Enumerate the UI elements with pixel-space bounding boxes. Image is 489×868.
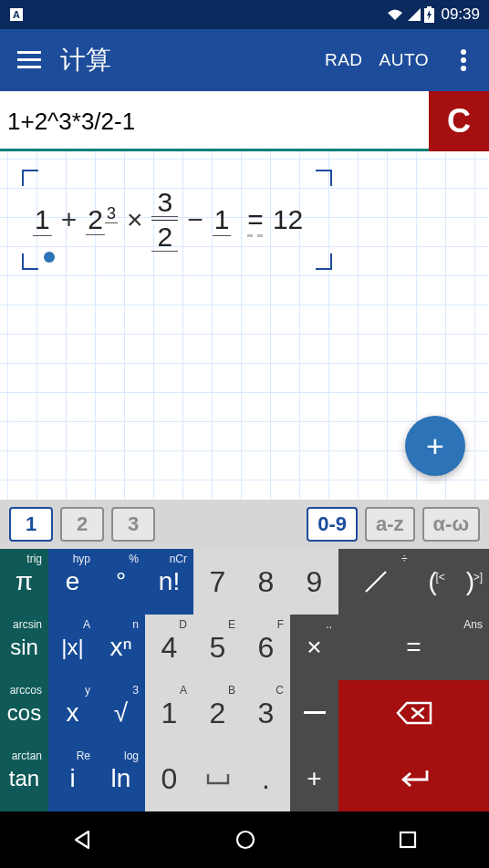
key-x[interactable]: yx: [48, 680, 97, 746]
angle-mode-button[interactable]: RAD: [325, 50, 363, 70]
svg-text:A: A: [13, 9, 20, 20]
key-3[interactable]: C3: [242, 680, 290, 746]
key-power[interactable]: nxⁿ: [97, 615, 145, 680]
page-title: 计算: [60, 43, 325, 78]
signal-icon: [407, 7, 421, 22]
tab-greek[interactable]: α-ω: [422, 507, 480, 542]
key-tan[interactable]: arctantan: [0, 746, 48, 811]
tab-page-2[interactable]: 2: [60, 507, 104, 542]
math-display-area[interactable]: 1 + 23 × 3 2 − 1 = 12 +: [0, 151, 489, 500]
rendered-expression[interactable]: 1 + 23 × 3 2 − 1 = 12: [22, 170, 332, 270]
key-space[interactable]: [193, 746, 242, 811]
key-divide[interactable]: ÷: [338, 549, 414, 615]
key-backspace[interactable]: [338, 680, 489, 746]
drag-handle-icon[interactable]: [44, 252, 55, 263]
expression-input-row: C: [0, 91, 489, 151]
nav-recent-icon[interactable]: [397, 829, 419, 851]
wifi-icon: [386, 7, 404, 22]
key-parens: [<( >]): [414, 549, 490, 615]
key-cos[interactable]: arccoscos: [0, 680, 48, 746]
key-ln[interactable]: logln: [97, 746, 145, 811]
key-plus[interactable]: +: [290, 746, 338, 811]
nav-back-icon[interactable]: [70, 828, 94, 852]
clear-button[interactable]: C: [429, 91, 489, 151]
nav-home-icon[interactable]: [234, 828, 257, 852]
auto-mode-button[interactable]: AUTO: [380, 50, 429, 70]
add-fab[interactable]: +: [405, 416, 465, 476]
svg-rect-13: [401, 832, 415, 847]
svg-rect-11: [304, 711, 326, 714]
tab-page-1[interactable]: 1: [9, 507, 53, 542]
key-0[interactable]: 0: [145, 746, 193, 811]
key-4[interactable]: D4: [145, 615, 193, 680]
key-2[interactable]: B2: [193, 680, 242, 746]
overflow-menu-icon[interactable]: [445, 38, 482, 82]
key-5[interactable]: E5: [193, 615, 242, 680]
key-multiply[interactable]: ..×: [290, 615, 338, 680]
key-6[interactable]: F6: [242, 615, 290, 680]
key-i[interactable]: Rei: [48, 746, 97, 811]
key-abs[interactable]: A|x|: [48, 615, 97, 680]
key-rparen[interactable]: >]): [452, 567, 489, 596]
tab-alpha[interactable]: a-z: [365, 507, 415, 542]
svg-rect-6: [17, 66, 41, 68]
key-enter[interactable]: [338, 746, 489, 811]
key-degree[interactable]: %°: [97, 549, 145, 615]
tab-numeric[interactable]: 0-9: [307, 507, 358, 542]
svg-rect-3: [427, 6, 432, 8]
key-pi[interactable]: trigπ: [0, 549, 48, 615]
key-8[interactable]: 8: [242, 549, 290, 615]
status-time: 09:39: [441, 5, 480, 24]
key-e[interactable]: hype: [48, 549, 97, 615]
expression-content: 1 + 23 × 3 2 − 1 = 12: [33, 179, 321, 261]
key-equals[interactable]: Ans=: [338, 615, 489, 680]
app-bar: 计算 RAD AUTO: [0, 29, 489, 91]
menu-icon[interactable]: [7, 38, 51, 82]
svg-point-7: [461, 49, 466, 55]
key-sqrt[interactable]: 3√: [97, 680, 145, 746]
key-9[interactable]: 9: [290, 549, 338, 615]
status-bar: A 09:39: [0, 0, 489, 29]
battery-charging-icon: [424, 6, 434, 23]
input-indicator-icon: A: [9, 7, 24, 22]
key-dot[interactable]: .: [242, 746, 290, 811]
svg-rect-4: [17, 51, 41, 54]
key-sin[interactable]: arcsinsin: [0, 615, 48, 680]
svg-point-12: [237, 832, 254, 848]
key-nfact[interactable]: nCrn!: [145, 549, 193, 615]
key-lparen[interactable]: [<(: [414, 567, 452, 596]
tab-page-3[interactable]: 3: [111, 507, 155, 542]
key-7[interactable]: 7: [193, 549, 242, 615]
keyboard-tabs: 1 2 3 0-9 a-z α-ω: [0, 500, 489, 549]
android-nav-bar: [0, 811, 489, 868]
key-1[interactable]: A1: [145, 680, 193, 746]
expression-input[interactable]: [0, 91, 429, 151]
svg-line-10: [366, 572, 386, 592]
keypad-main: trigπ hype %° nCrn! 7 8 9 ÷ [<( >]) arcs…: [0, 549, 489, 811]
svg-point-8: [461, 57, 466, 63]
key-minus[interactable]: [290, 680, 338, 746]
svg-rect-5: [17, 58, 41, 61]
svg-point-9: [461, 66, 466, 71]
